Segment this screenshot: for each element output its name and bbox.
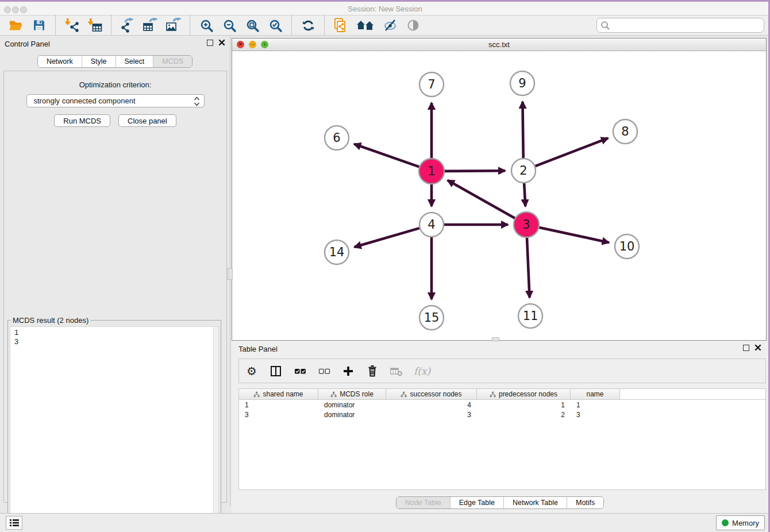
- graph-node-label: 2: [519, 164, 527, 178]
- export-network-icon[interactable]: [119, 17, 136, 34]
- zoom-selected-icon[interactable]: [267, 17, 284, 34]
- vertical-splitter-handle[interactable]: [228, 268, 233, 280]
- graph-edge-1-6[interactable]: [354, 144, 419, 167]
- network-window-titlebar[interactable]: ✕ ─ ＋ scc.txt: [232, 38, 766, 51]
- cell-shared-name[interactable]: 1: [239, 401, 318, 409]
- graph-node-9[interactable]: 9: [510, 71, 534, 95]
- zoom-in-icon[interactable]: [198, 17, 215, 34]
- close-panel-icon[interactable]: [218, 39, 225, 46]
- hierarchy-icon: [490, 391, 496, 398]
- function-builder-icon[interactable]: f(x): [414, 365, 430, 377]
- tab-select[interactable]: Select: [116, 56, 153, 67]
- cell-mcds-role[interactable]: dominator: [318, 411, 386, 419]
- task-history-button[interactable]: [6, 516, 22, 530]
- graph-node-11[interactable]: 11: [518, 304, 542, 328]
- tab-style[interactable]: Style: [82, 56, 116, 67]
- graph-edge-3-11[interactable]: [527, 237, 530, 298]
- search-icon: [600, 21, 610, 30]
- column-label: shared name: [263, 390, 303, 398]
- result-scrollbar[interactable]: [213, 327, 218, 532]
- toolbar-separator: [55, 16, 56, 35]
- graph-node-10[interactable]: 10: [615, 234, 639, 259]
- cell-predecessor-nodes[interactable]: 1: [477, 401, 571, 409]
- import-table-icon[interactable]: [86, 17, 103, 34]
- import-network-icon[interactable]: [63, 17, 80, 34]
- graph-node-8[interactable]: 8: [613, 119, 637, 144]
- export-image-icon[interactable]: [165, 17, 182, 34]
- zoom-fit-icon[interactable]: [244, 17, 261, 34]
- table-settings-icon[interactable]: ⚙: [245, 364, 259, 378]
- export-table-icon[interactable]: [142, 17, 159, 34]
- add-icon[interactable]: [341, 364, 355, 378]
- column-header-predecessor-nodes[interactable]: predecessor nodes: [477, 389, 571, 399]
- close-panel-button[interactable]: Close panel: [118, 114, 176, 127]
- cell-name[interactable]: 1: [571, 401, 620, 409]
- optimization-select[interactable]: strongly connected component: [26, 94, 205, 107]
- save-session-icon[interactable]: [30, 17, 48, 34]
- tab-edge-table[interactable]: Edge Table: [450, 497, 503, 508]
- graph-node-label: 4: [428, 218, 435, 232]
- new-network-from-selection-icon[interactable]: [332, 17, 349, 34]
- cell-name[interactable]: 3: [571, 411, 620, 419]
- tab-node-table[interactable]: Node Table: [396, 497, 450, 508]
- search-input[interactable]: [596, 18, 764, 33]
- table-row[interactable]: 1 dominator 4 1 1: [239, 400, 765, 410]
- horizontal-splitter-handle[interactable]: [492, 337, 499, 341]
- open-session-icon[interactable]: [7, 17, 25, 34]
- window-frame-top: [0, 0, 770, 2]
- table-row[interactable]: 3 dominator 3 2 3: [239, 410, 765, 419]
- run-mcds-button[interactable]: Run MCDS: [54, 114, 110, 127]
- cell-shared-name[interactable]: 3: [239, 411, 318, 419]
- graph-node-14[interactable]: 14: [325, 240, 349, 264]
- column-label: name: [586, 390, 603, 398]
- select-all-columns-icon[interactable]: [293, 364, 307, 378]
- optimization-criterion-label: Optimization criterion:: [4, 80, 226, 89]
- graph-edge-3-10[interactable]: [538, 228, 609, 243]
- delete-icon[interactable]: [365, 364, 379, 378]
- graph-node-4[interactable]: 4: [419, 213, 444, 237]
- graph-edge-2-8[interactable]: [536, 138, 609, 166]
- network-canvas[interactable]: 7968124314101511: [232, 51, 766, 340]
- control-panel-title: Control Panel: [5, 40, 50, 48]
- columns-icon[interactable]: [269, 364, 283, 378]
- graph-edge-1-2[interactable]: [444, 171, 505, 171]
- cell-successor-nodes[interactable]: 4: [386, 401, 477, 409]
- tab-mcds[interactable]: MCDS: [153, 56, 192, 67]
- column-header-shared-name[interactable]: shared name: [239, 389, 318, 399]
- close-table-panel-icon[interactable]: [754, 344, 761, 351]
- graph-node-2[interactable]: 2: [511, 159, 536, 183]
- graph-node-label: 7: [428, 78, 435, 91]
- zoom-out-icon[interactable]: [221, 17, 238, 34]
- float-table-panel-icon[interactable]: [743, 345, 749, 351]
- cell-successor-nodes[interactable]: 3: [386, 411, 477, 419]
- graph-node-6[interactable]: 6: [325, 126, 349, 150]
- cell-predecessor-nodes[interactable]: 2: [477, 411, 571, 419]
- column-label: MCDS role: [340, 390, 374, 398]
- graph-edge-4-14[interactable]: [355, 228, 419, 247]
- tab-network[interactable]: Network: [38, 56, 82, 67]
- memory-button[interactable]: Memory: [716, 515, 765, 530]
- first-neighbors-icon[interactable]: [355, 17, 376, 34]
- refresh-icon[interactable]: [299, 17, 317, 34]
- deselect-all-columns-icon[interactable]: [317, 364, 331, 378]
- graph-node-7[interactable]: 7: [419, 72, 444, 97]
- column-header-mcds-role[interactable]: MCDS role: [318, 389, 386, 399]
- column-header-successor-nodes[interactable]: successor nodes: [386, 389, 477, 399]
- graph-edge-2-9[interactable]: [522, 102, 523, 158]
- application-window: Session: New Session: [0, 0, 770, 532]
- graph-edge-2-3[interactable]: [524, 183, 525, 206]
- graph-node-15[interactable]: 15: [419, 306, 444, 330]
- mcds-result-list[interactable]: 1 3: [10, 326, 219, 532]
- column-header-name[interactable]: name: [571, 389, 620, 399]
- show-all-icon[interactable]: [405, 17, 422, 34]
- graph-edge-3-1[interactable]: [448, 180, 515, 218]
- tab-network-table[interactable]: Network Table: [503, 497, 567, 508]
- cell-mcds-role[interactable]: dominator: [318, 401, 386, 409]
- delete-table-icon[interactable]: [390, 364, 403, 378]
- hide-selected-icon[interactable]: [382, 17, 399, 34]
- graph-node-label: 14: [329, 245, 345, 259]
- float-panel-icon[interactable]: [207, 40, 213, 46]
- graph-node-3[interactable]: 3: [514, 212, 539, 237]
- graph-node-1[interactable]: 1: [419, 159, 444, 184]
- tab-motifs[interactable]: Motifs: [567, 497, 603, 508]
